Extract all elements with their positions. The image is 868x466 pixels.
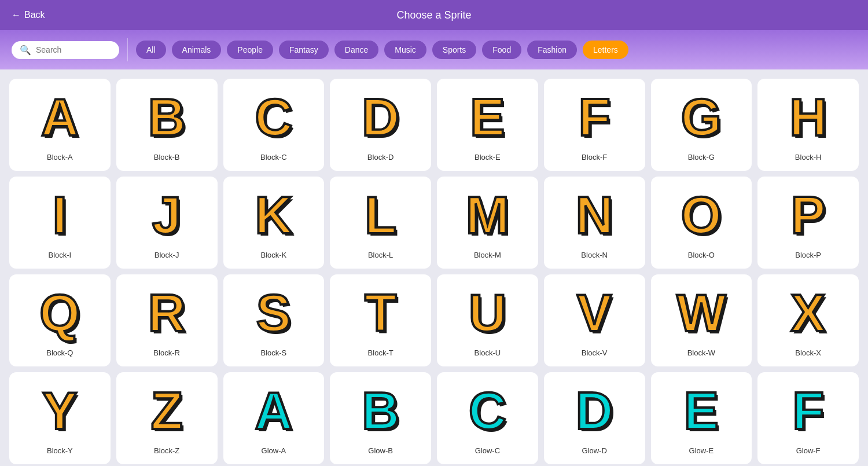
- sprite-card[interactable]: YBlock-Y: [9, 372, 111, 464]
- filter-btn-all[interactable]: All: [136, 41, 166, 59]
- sprite-card[interactable]: FBlock-F: [544, 79, 645, 171]
- filter-btn-letters[interactable]: Letters: [583, 41, 628, 59]
- sprite-card[interactable]: JBlock-J: [116, 177, 218, 269]
- filter-btn-people[interactable]: People: [227, 41, 273, 59]
- sprite-letter: D: [337, 86, 424, 149]
- filter-btn-food[interactable]: Food: [482, 41, 521, 59]
- sprite-label: Block-F: [582, 153, 607, 162]
- sprite-card[interactable]: BGlow-B: [330, 372, 431, 464]
- sprite-card[interactable]: EBlock-E: [437, 79, 538, 171]
- sprite-letter: N: [551, 184, 638, 247]
- sprite-letter: I: [16, 184, 104, 247]
- sprite-letter: Y: [16, 379, 104, 443]
- sprite-letter: R: [123, 281, 211, 345]
- sprite-card[interactable]: LBlock-L: [330, 177, 431, 269]
- back-label: Back: [24, 10, 45, 20]
- sprite-card[interactable]: BBlock-B: [116, 79, 218, 171]
- sprite-label: Block-R: [153, 348, 180, 357]
- filter-bar: 🔍 AllAnimalsPeopleFantasyDanceMusicSport…: [0, 30, 868, 69]
- sprite-card[interactable]: DGlow-D: [544, 372, 645, 464]
- sprite-label: Block-I: [49, 251, 72, 259]
- filter-btn-music[interactable]: Music: [384, 41, 426, 59]
- sprite-label: Block-W: [687, 348, 715, 357]
- sprite-label: Block-E: [475, 153, 501, 162]
- header: ← Back Choose a Sprite: [0, 0, 868, 30]
- sprite-letter: P: [764, 184, 852, 247]
- sprite-label: Block-X: [795, 348, 821, 357]
- sprite-label: Glow-F: [796, 446, 821, 455]
- sprite-card[interactable]: IBlock-I: [9, 177, 111, 269]
- search-input[interactable]: [36, 45, 111, 54]
- filter-divider: [127, 38, 128, 61]
- sprite-card[interactable]: FGlow-F: [757, 372, 859, 464]
- sprite-letter: F: [764, 379, 852, 443]
- sprite-letter: D: [551, 379, 638, 443]
- sprite-letter: X: [764, 281, 852, 345]
- sprite-card[interactable]: NBlock-N: [544, 177, 645, 269]
- sprite-label: Block-M: [474, 251, 501, 259]
- filter-btn-fashion[interactable]: Fashion: [527, 41, 577, 59]
- sprite-letter: B: [337, 379, 424, 443]
- sprite-card[interactable]: EGlow-E: [651, 372, 752, 464]
- sprite-label: Block-C: [260, 153, 287, 162]
- sprite-label: Glow-E: [689, 446, 714, 455]
- sprite-label: Glow-C: [475, 446, 500, 455]
- sprite-card[interactable]: UBlock-U: [437, 274, 538, 366]
- sprite-label: Block-D: [367, 153, 394, 162]
- sprite-card[interactable]: VBlock-V: [544, 274, 645, 366]
- sprite-card[interactable]: KBlock-K: [223, 177, 325, 269]
- sprite-letter: K: [230, 184, 318, 247]
- sprite-label: Block-J: [155, 251, 179, 259]
- back-arrow-icon: ←: [12, 10, 21, 20]
- sprite-card[interactable]: OBlock-O: [651, 177, 752, 269]
- search-icon: 🔍: [20, 45, 31, 56]
- sprite-card[interactable]: GBlock-G: [651, 79, 752, 171]
- sprite-label: Block-L: [368, 251, 393, 259]
- sprite-label: Block-G: [688, 153, 715, 162]
- sprite-card[interactable]: HBlock-H: [757, 79, 859, 171]
- sprite-card[interactable]: MBlock-M: [437, 177, 538, 269]
- sprite-label: Block-B: [154, 153, 180, 162]
- sprite-letter: E: [658, 379, 745, 443]
- sprite-letter: B: [123, 86, 211, 149]
- sprite-card[interactable]: ABlock-A: [9, 79, 111, 171]
- filter-btn-sports[interactable]: Sports: [432, 41, 476, 59]
- filter-btn-fantasy[interactable]: Fantasy: [279, 41, 329, 59]
- sprite-card[interactable]: CBlock-C: [223, 79, 325, 171]
- page-title: Choose a Sprite: [396, 9, 471, 21]
- sprite-letter: E: [444, 86, 531, 149]
- category-buttons: AllAnimalsPeopleFantasyDanceMusicSportsF…: [136, 41, 628, 59]
- sprite-card[interactable]: PBlock-P: [757, 177, 859, 269]
- sprite-label: Block-A: [47, 153, 73, 162]
- sprite-letter: Q: [16, 281, 104, 345]
- filter-btn-dance[interactable]: Dance: [334, 41, 378, 59]
- sprite-card[interactable]: WBlock-W: [651, 274, 752, 366]
- sprite-letter: L: [337, 184, 424, 247]
- sprite-letter: V: [551, 281, 638, 345]
- filter-btn-animals[interactable]: Animals: [172, 41, 222, 59]
- sprite-label: Glow-B: [368, 446, 393, 455]
- sprite-letter: A: [230, 379, 318, 443]
- sprite-label: Block-O: [688, 251, 715, 259]
- sprite-label: Block-Y: [47, 446, 73, 455]
- sprite-card[interactable]: AGlow-A: [223, 372, 325, 464]
- sprite-card[interactable]: QBlock-Q: [9, 274, 111, 366]
- sprite-card[interactable]: SBlock-S: [223, 274, 325, 366]
- sprite-label: Block-P: [795, 251, 821, 259]
- sprite-letter: J: [123, 184, 211, 247]
- back-button[interactable]: ← Back: [12, 10, 45, 20]
- sprite-label: Block-S: [260, 348, 286, 357]
- sprite-card[interactable]: ZBlock-Z: [116, 372, 218, 464]
- sprite-letter: W: [658, 281, 745, 345]
- sprite-letter: M: [444, 184, 531, 247]
- sprite-card[interactable]: XBlock-X: [757, 274, 859, 366]
- sprite-label: Block-H: [795, 153, 822, 162]
- sprite-label: Block-Q: [46, 348, 73, 357]
- sprite-label: Glow-A: [262, 446, 286, 455]
- sprite-card[interactable]: TBlock-T: [330, 274, 431, 366]
- sprite-letter: F: [551, 86, 638, 149]
- sprite-card[interactable]: RBlock-R: [116, 274, 218, 366]
- sprite-card[interactable]: CGlow-C: [437, 372, 538, 464]
- sprite-card[interactable]: DBlock-D: [330, 79, 431, 171]
- sprite-letter: T: [337, 281, 424, 345]
